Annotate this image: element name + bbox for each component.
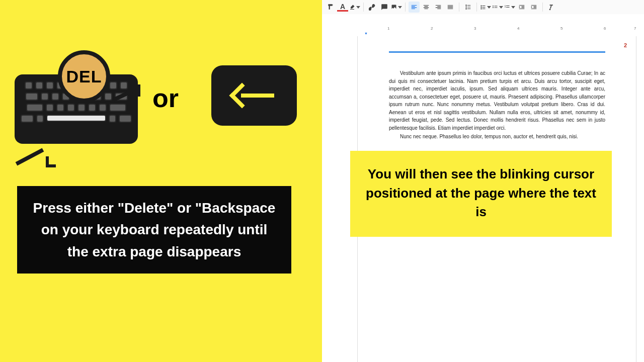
keyboard-delete-illustration: DEL: [15, 50, 138, 151]
callout-text: You will then see the blinking cursor po…: [366, 166, 596, 219]
separator: [542, 3, 543, 12]
ruler-mark: 7: [634, 26, 636, 31]
ruler-mark: 6: [604, 26, 606, 31]
page-number: 2: [624, 42, 627, 48]
clear-formatting-button[interactable]: [546, 2, 557, 13]
delete-key-badge: DEL: [58, 50, 110, 103]
insert-image-button[interactable]: [391, 2, 402, 13]
header-underline: [389, 51, 605, 53]
separator: [405, 3, 406, 12]
align-center-button[interactable]: [421, 2, 432, 13]
docs-toolbar: A: [322, 0, 644, 14]
highlight-button[interactable]: [349, 2, 360, 13]
separator: [459, 3, 459, 12]
decor-notch-icon: [46, 156, 56, 167]
callout-annotation: You will then see the blinking cursor po…: [350, 151, 612, 237]
ruler-mark: 4: [517, 26, 519, 31]
numbered-list-button[interactable]: [504, 2, 515, 13]
text-color-button[interactable]: A: [337, 3, 348, 12]
decor-line-icon: [16, 148, 44, 165]
align-left-button[interactable]: [409, 2, 420, 13]
separator: [476, 3, 477, 12]
paint-format-icon[interactable]: [325, 2, 336, 13]
doc-paragraph[interactable]: Nunc nec neque. Phasellus leo dolor, tem…: [389, 133, 605, 141]
separator: [363, 3, 364, 12]
ruler-mark: 2: [431, 26, 433, 31]
backspace-key-icon: [211, 65, 297, 126]
arrow-left-icon: [229, 80, 279, 111]
increase-indent-button[interactable]: [528, 2, 539, 13]
instruction-text-box: Press either "Delete" or "Backspace on y…: [17, 186, 291, 274]
decor-notch-icon: [131, 84, 140, 97]
ruler-mark: 3: [474, 26, 476, 31]
horizontal-ruler[interactable]: ▼ 1 2 3 4 5 6 7: [332, 26, 639, 35]
checklist-button[interactable]: [480, 2, 491, 13]
text-color-label: A: [340, 4, 345, 10]
decrease-indent-button[interactable]: [516, 2, 527, 13]
instruction-text: Press either "Delete" or "Backspace on y…: [33, 200, 276, 259]
ruler-mark: 5: [560, 26, 562, 31]
doc-paragraph[interactable]: Vestibulum ante ipsum primis in faucibus…: [389, 69, 605, 132]
align-justify-button[interactable]: [445, 2, 456, 13]
bulleted-list-button[interactable]: [492, 2, 503, 13]
align-right-button[interactable]: [433, 2, 444, 13]
line-spacing-button[interactable]: [462, 2, 473, 13]
document-body-text[interactable]: Vestibulum ante ipsum primis in faucibus…: [389, 69, 605, 142]
document-preview-panel: A ▼ 1 2 3 4 5 6 7 2 Vestibulum ant: [322, 0, 644, 362]
insert-link-button[interactable]: [367, 2, 378, 13]
delete-key-label: DEL: [66, 67, 102, 86]
or-label: or: [152, 83, 179, 113]
instruction-panel-left: DEL or Press either "Delete" or "Backspa…: [0, 0, 322, 362]
ruler-mark: 1: [387, 26, 389, 31]
add-comment-button[interactable]: [379, 2, 390, 13]
